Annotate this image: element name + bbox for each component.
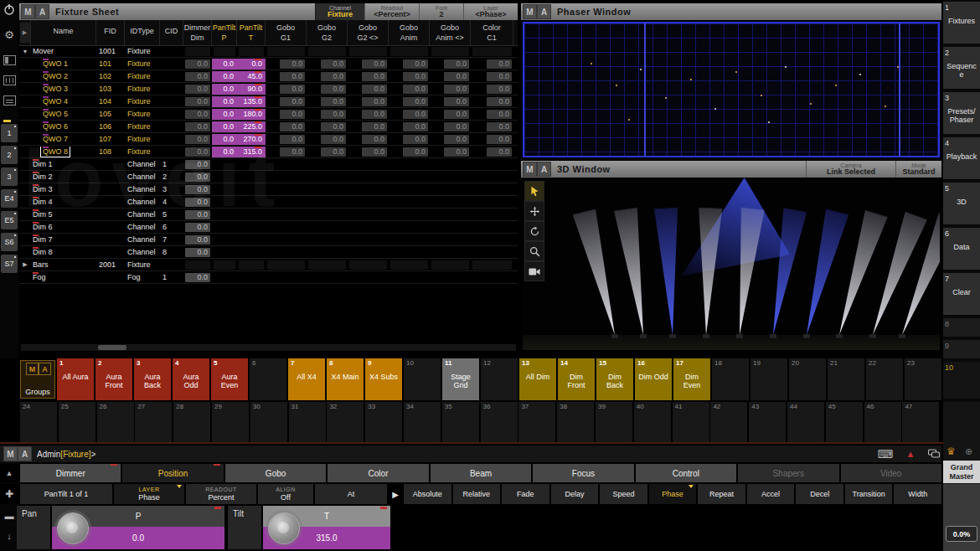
gobo-anim-cell[interactable]: 0.0 xyxy=(389,59,430,70)
pan-cell[interactable] xyxy=(212,234,237,245)
encoder-layer-decel[interactable]: Decel xyxy=(796,484,843,504)
column-header-dim[interactable]: DimmerDim xyxy=(183,20,212,45)
dimmer-cell[interactable]: 0.0 xyxy=(183,184,212,195)
encoder-layer-relative[interactable]: Relative xyxy=(453,484,501,504)
row-name-cell[interactable]: Bars xyxy=(31,260,96,270)
encoder-layer-transition[interactable]: Transition xyxy=(845,484,893,504)
row-fid-cell[interactable] xyxy=(96,172,125,183)
group-cell-x4-subs[interactable]: 9X4 Subs xyxy=(365,358,403,400)
gobo1-cell[interactable]: 0.0 xyxy=(266,147,307,157)
row-name-cell[interactable]: QWO 5 xyxy=(31,109,96,120)
group-cell-empty[interactable]: 36 xyxy=(481,402,518,442)
gobo2-index-cell[interactable]: 0.0 xyxy=(348,84,389,95)
gobo2-index-cell[interactable] xyxy=(348,209,389,220)
row-fid-cell[interactable]: 102 xyxy=(96,71,125,82)
tilt-cell[interactable] xyxy=(237,247,266,258)
gobo-anim-cell[interactable] xyxy=(389,247,430,258)
tilt-cell[interactable]: 315.0 xyxy=(237,147,266,157)
gobo2-cell[interactable] xyxy=(307,260,348,270)
mode-button[interactable]: Mode Standard xyxy=(895,161,941,178)
gobo-anim-cell[interactable]: 0.0 xyxy=(389,147,430,157)
gobo-anim-cell[interactable] xyxy=(389,272,430,283)
group-cell-empty[interactable]: 43 xyxy=(749,402,787,442)
preset-bar-up-icon[interactable]: ▲ xyxy=(0,464,18,482)
dimmer-cell[interactable]: 0.0 xyxy=(183,172,212,183)
group-cell-aura-odd[interactable]: 4Aura Odd xyxy=(173,358,210,400)
view-button-sequence[interactable]: 2Sequence xyxy=(943,47,980,90)
gobo1-cell[interactable] xyxy=(266,184,307,195)
dimmer-cell[interactable] xyxy=(183,46,212,57)
gobo2-cell[interactable] xyxy=(307,197,348,208)
pan-cell[interactable]: 0.0 xyxy=(212,147,237,157)
gobo2-cell[interactable]: 0.0 xyxy=(307,134,348,145)
tilt-cell[interactable] xyxy=(237,184,266,195)
color1-cell[interactable] xyxy=(471,272,513,283)
group-cell-empty[interactable]: 45 xyxy=(826,402,864,442)
phaser-titlebar[interactable]: MA Phaser Window xyxy=(521,3,941,20)
feature-group-button[interactable]: PanTilt 1 of 1 xyxy=(20,484,112,504)
row-name-cell[interactable]: QWO 1 xyxy=(31,59,96,70)
layer-select-button[interactable]: LAYERPhase xyxy=(114,484,184,504)
group-cell-all-dim[interactable]: 13All Dim xyxy=(519,358,557,400)
group-cell-stage-grid[interactable]: 11Stage Grid xyxy=(442,358,480,400)
gobo2-index-cell[interactable] xyxy=(348,172,389,183)
color1-cell[interactable] xyxy=(471,234,513,245)
row-idtype-cell[interactable]: Fixture xyxy=(125,71,160,82)
row-fid-cell[interactable] xyxy=(96,272,125,283)
row-cid-cell[interactable] xyxy=(160,147,183,157)
color1-cell[interactable] xyxy=(471,184,513,195)
row-idtype-cell[interactable]: Fixture xyxy=(125,134,160,145)
gobo-anim-cell[interactable] xyxy=(389,234,430,245)
preset-type-gobo[interactable]: Gobo xyxy=(225,464,326,482)
row-idtype-cell[interactable]: Channel xyxy=(125,159,160,170)
gobo2-index-cell[interactable] xyxy=(348,46,389,57)
screen-button-1[interactable]: 1 xyxy=(1,124,18,142)
row-fid-cell[interactable] xyxy=(96,184,125,195)
column-header-cid[interactable]: CID xyxy=(160,20,183,45)
column-header-anim[interactable]: GoboAnim xyxy=(389,20,430,45)
tilt-cell[interactable]: 270.0 xyxy=(237,134,266,145)
preset-type-control[interactable]: Control xyxy=(636,464,736,482)
gobo-anim-cell[interactable]: 0.0 xyxy=(389,84,430,95)
gobo1-cell[interactable] xyxy=(266,46,307,57)
power-icon[interactable] xyxy=(0,3,18,18)
column-header-g1[interactable]: GoboG1 xyxy=(266,20,307,45)
row-idtype-cell[interactable]: Fixture xyxy=(125,59,160,70)
warning-icon[interactable]: ▲ xyxy=(901,447,920,461)
group-cell-all-aura[interactable]: 1All Aura xyxy=(57,358,95,400)
keyboard-icon[interactable]: ⌨ xyxy=(876,447,895,461)
dimmer-cell[interactable]: 0.0 xyxy=(183,109,212,120)
gobo2-index-cell[interactable] xyxy=(348,159,389,170)
row-idtype-cell[interactable]: Fixture xyxy=(125,84,160,95)
gobo2-index-cell[interactable] xyxy=(348,247,389,258)
encoder-layer-absolute[interactable]: Absolute xyxy=(404,484,451,504)
encoder-layer-phase[interactable]: Phase xyxy=(649,484,697,504)
group-cell-aura-front[interactable]: 2Aura Front xyxy=(95,358,133,400)
dimmer-cell[interactable]: 0.0 xyxy=(183,247,212,258)
row-cid-cell[interactable]: 8 xyxy=(160,247,183,258)
row-fid-cell[interactable]: 103 xyxy=(96,84,125,95)
row-idtype-cell[interactable]: Fixture xyxy=(125,96,160,107)
row-idtype-cell[interactable]: Channel xyxy=(125,247,160,258)
gobo-anim-index-cell[interactable] xyxy=(430,272,471,283)
select-tool-icon[interactable] xyxy=(524,181,544,201)
gobo2-cell[interactable] xyxy=(307,46,348,57)
dimmer-cell[interactable]: 0.0 xyxy=(183,84,212,95)
pan-cell[interactable]: 0.0 xyxy=(212,96,237,107)
settings-gear-icon[interactable]: ⚙ xyxy=(0,28,18,41)
gobo1-cell[interactable] xyxy=(266,159,307,170)
group-cell-empty[interactable]: 47 xyxy=(902,402,940,442)
column-header-t[interactable]: PanTiltT xyxy=(237,20,266,45)
gobo2-index-cell[interactable]: 0.0 xyxy=(348,59,389,70)
color1-cell[interactable] xyxy=(471,159,513,170)
dimmer-cell[interactable]: 0.0 xyxy=(183,71,212,82)
row-fid-cell[interactable]: 107 xyxy=(96,134,125,145)
color1-cell[interactable]: 0.0 xyxy=(471,59,513,70)
pan-cell[interactable]: 0.0 xyxy=(212,71,237,82)
gobo-anim-cell[interactable]: 0.0 xyxy=(389,96,430,107)
gobo-anim-index-cell[interactable] xyxy=(430,234,471,245)
screen-button-3[interactable]: 3 xyxy=(1,167,18,186)
row-name-cell[interactable]: Dim 3 xyxy=(31,184,96,195)
group-cell-aura-even[interactable]: 5Aura Even xyxy=(211,358,249,400)
group-cell-empty[interactable]: 30 xyxy=(250,402,288,442)
